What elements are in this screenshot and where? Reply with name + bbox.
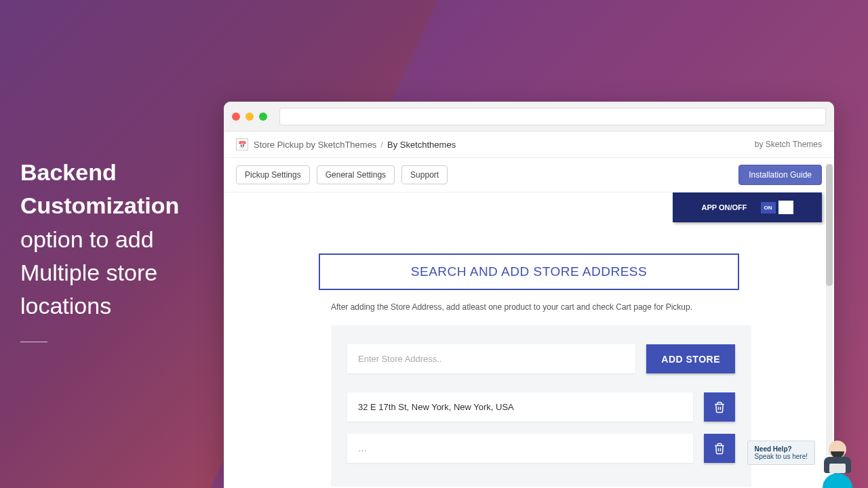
support-button[interactable]: Support (401, 165, 448, 184)
add-store-button[interactable]: ADD STORE (646, 344, 735, 373)
browser-chrome (224, 102, 834, 131)
general-settings-button[interactable]: General Settings (317, 165, 395, 184)
breadcrumb-vendor: By Sketchthemes (387, 140, 456, 150)
trash-icon (713, 443, 726, 455)
trash-icon (713, 401, 726, 413)
delete-store-button[interactable] (704, 392, 735, 422)
app-toggle-bar: APP ON/OFF ON (673, 192, 822, 222)
add-store-row: ADD STORE (347, 344, 735, 373)
search-title: SEARCH AND ADD STORE ADDRESS (319, 253, 739, 290)
store-address-item: 32 E 17th St, New York, New York, USA (347, 392, 693, 422)
hint-text: After adding the Store Address, add atle… (331, 302, 822, 312)
toggle-state: ON (761, 202, 776, 214)
toggle-knob (778, 201, 793, 214)
close-icon[interactable] (232, 113, 240, 121)
app-frame: 📅 Store Pickup by SketchThemes / By Sket… (224, 131, 834, 488)
app-icon: 📅 (236, 138, 248, 150)
store-panel: ADD STORE 32 E 17th St, New York, New Yo… (331, 325, 751, 487)
scrollbar[interactable] (826, 164, 833, 455)
store-address-item: … (347, 434, 693, 463)
promo-text: Backend Customization option to add Mult… (20, 156, 179, 342)
url-bar[interactable] (279, 108, 826, 125)
store-address-input[interactable] (347, 344, 635, 373)
pickup-settings-button[interactable]: Pickup Settings (236, 165, 310, 184)
app-header: 📅 Store Pickup by SketchThemes / By Sket… (224, 131, 834, 158)
scrollbar-thumb[interactable] (826, 164, 833, 286)
toolbar: Pickup Settings General Settings Support… (224, 158, 834, 192)
store-row: 32 E 17th St, New York, New York, USA (347, 392, 735, 422)
app-toggle-switch[interactable]: ON (761, 201, 793, 214)
breadcrumb-app[interactable]: Store Pickup by SketchThemes (254, 140, 376, 150)
help-widget[interactable]: Need Help? Speak to us here! (747, 441, 854, 481)
minimize-icon[interactable] (245, 113, 254, 121)
help-avatar-icon (821, 441, 854, 481)
maximize-icon[interactable] (259, 113, 267, 121)
by-themes-link[interactable]: by Sketch Themes (755, 140, 822, 149)
help-bubble: Need Help? Speak to us here! (747, 441, 815, 465)
content-area: APP ON/OFF ON SEARCH AND ADD STORE ADDRE… (224, 192, 834, 487)
app-toggle-label: APP ON/OFF (701, 203, 747, 211)
installation-guide-button[interactable]: Installation Guide (738, 165, 822, 185)
browser-window: 📅 Store Pickup by SketchThemes / By Sket… (224, 102, 834, 488)
breadcrumb-separator: / (380, 140, 383, 150)
delete-store-button[interactable] (704, 434, 735, 463)
store-row: … (347, 434, 735, 463)
